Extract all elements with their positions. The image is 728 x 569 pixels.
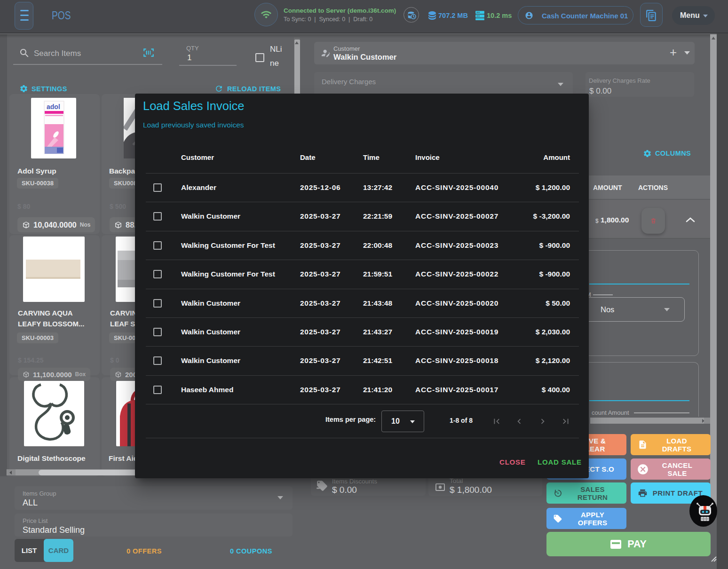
svg-text:adol: adol xyxy=(47,103,60,111)
